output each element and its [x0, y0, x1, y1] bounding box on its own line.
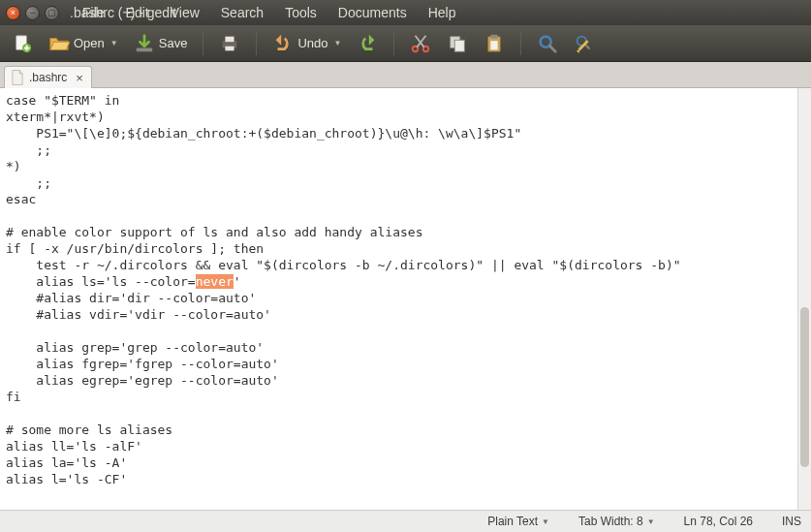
- syntax-label: Plain Text: [487, 515, 538, 528]
- undo-label: Undo: [297, 36, 328, 50]
- editor-area[interactable]: case "$TERM" in xterm*|rxvt*) PS1="\[\e]…: [0, 88, 811, 510]
- chevron-down-icon: ▼: [647, 517, 655, 526]
- find-button[interactable]: [531, 30, 564, 57]
- open-button[interactable]: Open ▼: [43, 30, 124, 57]
- tab-strip: .bashrc ×: [0, 62, 811, 88]
- search-icon: [537, 33, 558, 54]
- menu-tools[interactable]: Tools: [277, 5, 325, 20]
- menu-documents[interactable]: Documents: [330, 5, 415, 20]
- redo-icon: [357, 33, 378, 54]
- status-bar: Plain Text ▼ Tab Width: 8 ▼ Ln 78, Col 2…: [0, 510, 811, 532]
- cursor-position: Ln 78, Col 26: [684, 515, 753, 528]
- new-file-button[interactable]: [6, 30, 39, 57]
- new-file-icon: [12, 33, 33, 54]
- selected-text: never: [196, 274, 234, 289]
- cut-button[interactable]: [404, 30, 437, 57]
- toolbar-separator: [203, 32, 203, 55]
- vertical-scrollbar[interactable]: [797, 88, 811, 510]
- toolbar-separator: [256, 32, 257, 55]
- svg-rect-11: [491, 34, 498, 38]
- window-minimize-button[interactable]: –: [25, 6, 40, 20]
- svg-rect-9: [455, 40, 465, 51]
- chevron-down-icon: ▼: [333, 39, 341, 47]
- paste-icon: [483, 33, 505, 54]
- printer-icon: [219, 33, 240, 54]
- document-icon: [11, 70, 24, 85]
- menu-help[interactable]: Help: [421, 5, 464, 20]
- menu-search[interactable]: Search: [213, 5, 271, 20]
- svg-rect-4: [226, 36, 234, 42]
- chevron-down-icon: ▼: [542, 517, 549, 526]
- toolbar-separator: [393, 32, 394, 55]
- open-label: Open: [74, 36, 105, 50]
- svg-rect-2: [136, 47, 152, 51]
- syntax-mode-selector[interactable]: Plain Text ▼: [487, 515, 549, 528]
- svg-rect-5: [226, 46, 234, 50]
- toolbar-separator: [520, 32, 521, 55]
- window-title: .bashrc (~) - gedit: [70, 5, 176, 20]
- window-maximize-button[interactable]: ▢: [45, 6, 59, 20]
- window-controls: × – ▢: [6, 6, 59, 20]
- insert-mode[interactable]: INS: [782, 515, 801, 528]
- scrollbar-thumb[interactable]: [800, 307, 809, 467]
- tab-bashrc[interactable]: .bashrc ×: [4, 66, 92, 88]
- tab-width-label: Tab Width: 8: [578, 515, 643, 528]
- window-close-button[interactable]: ×: [6, 6, 20, 20]
- save-button[interactable]: Save: [128, 30, 194, 57]
- code-before: case "$TERM" in xterm*|rxvt*) PS1="\[\e]…: [6, 93, 681, 289]
- find-replace-button[interactable]: [568, 30, 601, 57]
- find-replace-icon: [574, 33, 595, 54]
- undo-icon: [272, 33, 294, 54]
- paste-button[interactable]: [478, 30, 511, 57]
- code-after: ' #alias dir='dir --color=auto' #alias v…: [6, 274, 279, 486]
- save-label: Save: [159, 36, 188, 50]
- chevron-down-icon: ▼: [110, 39, 118, 47]
- folder-open-icon: [48, 33, 70, 54]
- copy-icon: [447, 33, 468, 54]
- undo-button[interactable]: Undo ▼: [266, 30, 347, 57]
- tab-width-selector[interactable]: Tab Width: 8 ▼: [578, 515, 655, 528]
- scissors-icon: [410, 33, 431, 54]
- titlebar: × – ▢ .bashrc (~) - gedit File Edit View…: [0, 0, 811, 25]
- save-icon: [134, 33, 155, 54]
- print-button[interactable]: [213, 30, 246, 57]
- svg-rect-12: [491, 41, 498, 49]
- copy-button[interactable]: [441, 30, 474, 57]
- redo-button[interactable]: [351, 30, 384, 57]
- tab-close-icon[interactable]: ×: [76, 71, 83, 85]
- tab-label: .bashrc: [29, 71, 67, 84]
- toolbar: Open ▼ Save Undo ▼: [0, 25, 811, 62]
